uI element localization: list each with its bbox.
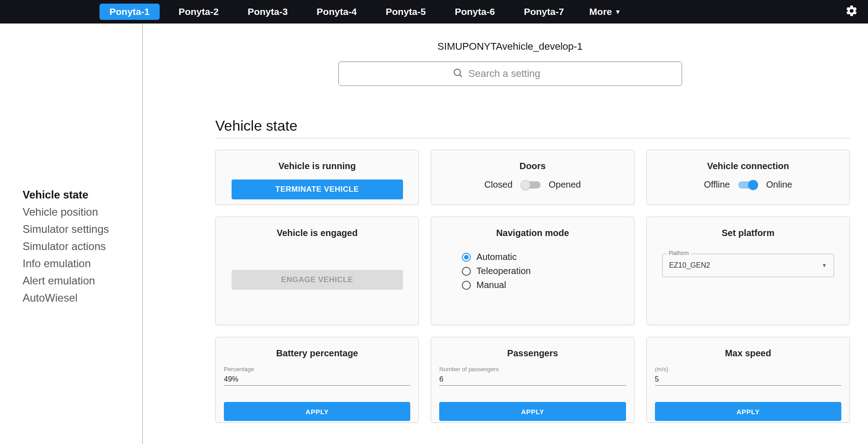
passengers-input[interactable]	[439, 373, 626, 386]
sidebar-item-alert-emulation[interactable]: Alert emulation	[23, 272, 133, 289]
main-content: SIMUPONYTAvehicle_develop-1 Vehicle stat…	[143, 24, 868, 444]
card-battery-percentage: Battery percentage Percentage APPLY	[215, 337, 419, 423]
tabs-more-dropdown[interactable]: More ▼	[583, 4, 627, 20]
card-title: Set platform	[721, 228, 774, 238]
tab-ponyta-4[interactable]: Ponyta-4	[307, 4, 367, 20]
svg-point-0	[454, 69, 460, 76]
card-doors: Doors Closed Opened	[431, 150, 634, 205]
radio-icon	[462, 281, 471, 290]
search-box[interactable]	[338, 61, 682, 86]
maxspeed-apply-button[interactable]: APPLY	[655, 402, 841, 421]
sidebar: Vehicle state Vehicle position Simulator…	[0, 24, 143, 444]
tab-ponyta-7[interactable]: Ponyta-7	[514, 4, 574, 20]
card-vehicle-connection: Vehicle connection Offline Online	[646, 150, 850, 205]
card-title: Navigation mode	[496, 228, 569, 238]
platform-select-legend: Platform	[667, 250, 691, 256]
card-title: Passengers	[507, 348, 558, 359]
nav-mode-manual[interactable]: Manual	[462, 280, 531, 290]
top-navigation-bar: Ponyta-1 Ponyta-2 Ponyta-3 Ponyta-4 Pony…	[0, 0, 868, 24]
card-title: Vehicle connection	[707, 161, 789, 171]
passengers-field-label: Number of passengers	[439, 366, 626, 373]
nav-mode-automatic[interactable]: Automatic	[462, 252, 531, 262]
card-title: Vehicle is running	[279, 161, 356, 171]
cards-grid: Vehicle is running TERMINATE VEHICLE Doo…	[215, 150, 850, 423]
sidebar-item-autowiesel[interactable]: AutoWiesel	[23, 289, 133, 307]
card-title: Vehicle is engaged	[277, 228, 358, 238]
search-input[interactable]	[469, 68, 568, 80]
sidebar-item-vehicle-state[interactable]: Vehicle state	[23, 186, 133, 203]
svg-line-1	[460, 75, 461, 77]
card-title: Battery percentage	[276, 348, 358, 359]
doors-opened-label: Opened	[549, 179, 581, 190]
connection-toggle[interactable]	[738, 180, 758, 189]
tab-ponyta-5[interactable]: Ponyta-5	[376, 4, 436, 20]
card-navigation-mode: Navigation mode Automatic Teleoperation	[431, 217, 634, 325]
card-set-platform: Set platform Platform EZ10_GEN2 ▼	[646, 217, 850, 325]
tab-ponyta-1[interactable]: Ponyta-1	[100, 4, 160, 20]
page-title: SIMUPONYTAvehicle_develop-1	[437, 41, 583, 52]
battery-field-label: Percentage	[224, 366, 410, 373]
passengers-apply-button[interactable]: APPLY	[439, 402, 626, 421]
tab-ponyta-2[interactable]: Ponyta-2	[169, 4, 229, 20]
chevron-down-icon: ▼	[822, 262, 827, 269]
card-max-speed: Max speed (m/s) APPLY	[646, 337, 850, 423]
connection-online-label: Online	[766, 179, 792, 190]
maxspeed-field-label: (m/s)	[655, 366, 841, 373]
radio-icon	[462, 253, 471, 262]
nav-mode-teleoperation[interactable]: Teleoperation	[462, 266, 531, 276]
search-icon	[452, 67, 463, 80]
radio-label: Teleoperation	[476, 266, 531, 276]
section-title-vehicle-state: Vehicle state	[215, 118, 850, 138]
doors-closed-label: Closed	[484, 179, 512, 190]
doors-toggle[interactable]	[521, 180, 541, 189]
card-title: Doors	[520, 161, 546, 171]
sidebar-item-vehicle-position[interactable]: Vehicle position	[23, 203, 133, 221]
card-title: Max speed	[725, 348, 771, 359]
connection-offline-label: Offline	[704, 179, 730, 190]
maxspeed-input[interactable]	[655, 373, 841, 386]
battery-percentage-input[interactable]	[224, 373, 410, 386]
sidebar-item-info-emulation[interactable]: Info emulation	[23, 255, 133, 272]
terminate-vehicle-button[interactable]: TERMINATE VEHICLE	[232, 179, 403, 199]
engage-vehicle-button[interactable]: ENGAGE VEHICLE	[232, 270, 403, 290]
tab-ponyta-3[interactable]: Ponyta-3	[237, 4, 298, 20]
card-passengers: Passengers Number of passengers APPLY	[431, 337, 634, 423]
sidebar-item-simulator-settings[interactable]: Simulator settings	[23, 221, 133, 238]
platform-select[interactable]: EZ10_GEN2 ▼	[662, 254, 834, 277]
battery-apply-button[interactable]: APPLY	[224, 402, 410, 421]
vehicle-tabs: Ponyta-1 Ponyta-2 Ponyta-3 Ponyta-4 Pony…	[100, 4, 627, 20]
gear-icon	[845, 11, 858, 19]
sidebar-item-simulator-actions[interactable]: Simulator actions	[23, 238, 133, 255]
radio-icon	[462, 267, 471, 276]
tab-ponyta-6[interactable]: Ponyta-6	[445, 4, 505, 20]
navigation-mode-radio-group: Automatic Teleoperation Manual	[439, 252, 531, 290]
settings-gear-button[interactable]	[845, 5, 858, 19]
more-label: More	[589, 6, 612, 17]
card-vehicle-engaged: Vehicle is engaged ENGAGE VEHICLE	[215, 217, 419, 325]
platform-select-value: EZ10_GEN2	[669, 261, 710, 269]
chevron-down-icon: ▼	[615, 8, 621, 15]
radio-label: Automatic	[476, 252, 517, 262]
radio-label: Manual	[476, 280, 506, 290]
card-vehicle-running: Vehicle is running TERMINATE VEHICLE	[215, 150, 419, 205]
